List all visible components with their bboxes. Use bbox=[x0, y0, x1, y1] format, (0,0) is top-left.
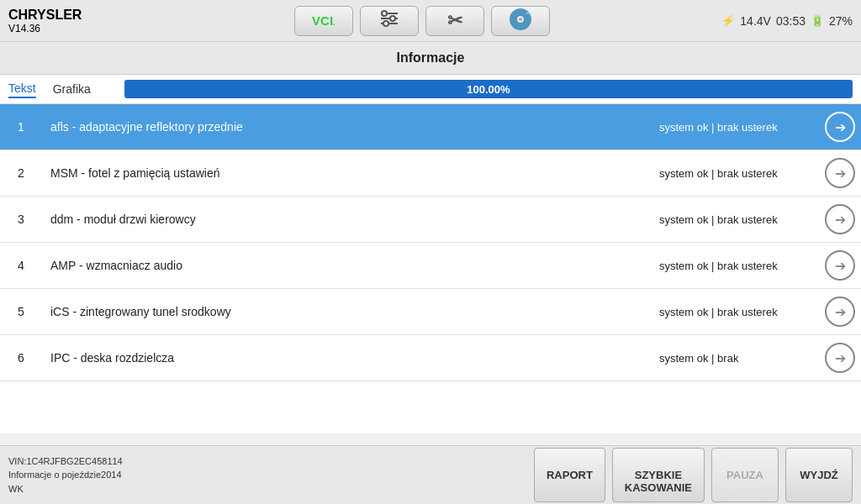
cd-icon bbox=[508, 7, 533, 34]
vci-button[interactable]: VCI. bbox=[294, 6, 353, 36]
svg-point-3 bbox=[382, 11, 387, 16]
table-row[interactable]: 2 MSM - fotel z pamięcią ustawień system… bbox=[0, 150, 861, 197]
battery-percent: 27% bbox=[829, 14, 853, 28]
lightning-icon: ⚡ bbox=[721, 14, 735, 27]
row-status: system ok | brak bbox=[651, 345, 819, 371]
row-status: system ok | brak usterek bbox=[651, 160, 819, 186]
row-name: afls - adaptacyjne reflektory przednie bbox=[42, 113, 651, 140]
row-number: 3 bbox=[0, 206, 42, 233]
row-name: MSM - fotel z pamięcią ustawień bbox=[42, 160, 651, 186]
svg-point-8 bbox=[519, 18, 522, 21]
progress-bar: 100.00% bbox=[124, 80, 853, 98]
row-status: system ok | brak usterek bbox=[651, 207, 819, 233]
bottom-buttons: RAPORT SZYBKIE KASOWANIE PAUZA WYJDŹ bbox=[534, 448, 853, 502]
brand-name: CHRYSLER bbox=[8, 8, 126, 23]
vci-icon: VCI. bbox=[312, 13, 335, 28]
app-version: V14.36 bbox=[8, 23, 126, 34]
top-bar: CHRYSLER V14.36 VCI. ✂ bbox=[0, 0, 861, 42]
vin-info: VIN:1C4RJFBG2EC458114 bbox=[8, 454, 534, 469]
wk-info: WK bbox=[8, 482, 534, 496]
tab-grafika[interactable]: Grafika bbox=[53, 81, 91, 97]
table-row[interactable]: 3 ddm - moduł drzwi kierowcy system ok |… bbox=[0, 197, 861, 243]
scissors-icon: ✂ bbox=[447, 10, 462, 32]
table-row[interactable]: 1 afls - adaptacyjne reflektory przednie… bbox=[0, 104, 861, 150]
raport-button[interactable]: RAPORT bbox=[534, 448, 605, 502]
arrow-icon: ➔ bbox=[825, 250, 855, 281]
szybkie-kasowanie-label: SZYBKIE KASOWANIE bbox=[625, 469, 692, 495]
arrow-icon: ➔ bbox=[825, 343, 855, 373]
row-name: iCS - zintegrowany tunel srodkowy bbox=[42, 298, 651, 325]
toolbar-buttons: VCI. ✂ bbox=[126, 6, 718, 36]
scissors-button[interactable]: ✂ bbox=[425, 6, 484, 36]
row-arrow[interactable]: ➔ bbox=[819, 158, 861, 188]
progress-label: 100.00% bbox=[467, 83, 510, 96]
row-arrow[interactable]: ➔ bbox=[819, 297, 861, 327]
bottom-bar: VIN:1C4RJFBG2EC458114 Informacje o pojeź… bbox=[0, 445, 861, 504]
row-status: system ok | brak usterek bbox=[651, 114, 819, 140]
app-title: CHRYSLER V14.36 bbox=[8, 8, 126, 34]
arrow-icon: ➔ bbox=[825, 112, 855, 142]
pauza-button[interactable]: PAUZA bbox=[711, 448, 779, 502]
table-row[interactable]: 4 AMP - wzmacniacz audio system ok | bra… bbox=[0, 243, 861, 289]
row-name: ddm - moduł drzwi kierowcy bbox=[42, 206, 651, 233]
row-status: system ok | brak usterek bbox=[651, 299, 819, 325]
row-name: IPC - deska rozdzielcza bbox=[42, 344, 651, 371]
arrow-icon: ➔ bbox=[825, 297, 855, 327]
szybkie-kasowanie-button[interactable]: SZYBKIE KASOWANIE bbox=[612, 448, 705, 502]
vehicle-info: Informacje o pojeździe2014 bbox=[8, 468, 534, 482]
row-arrow[interactable]: ➔ bbox=[819, 204, 861, 234]
row-status: system ok | brak usterek bbox=[651, 253, 819, 279]
row-arrow[interactable]: ➔ bbox=[819, 250, 861, 281]
svg-point-4 bbox=[390, 16, 395, 21]
row-number: 6 bbox=[0, 344, 42, 371]
table-row[interactable]: 5 iCS - zintegrowany tunel srodkowy syst… bbox=[0, 289, 861, 335]
table-row[interactable]: 6 IPC - deska rozdzielcza system ok | br… bbox=[0, 335, 861, 381]
config-icon bbox=[378, 9, 401, 32]
cd-button[interactable] bbox=[491, 6, 550, 36]
svg-point-5 bbox=[383, 21, 388, 26]
section-title-text: Informacje bbox=[397, 50, 465, 65]
row-number: 5 bbox=[0, 298, 42, 325]
section-title: Informacje bbox=[0, 42, 861, 75]
row-arrow[interactable]: ➔ bbox=[819, 343, 861, 373]
main-table: 1 afls - adaptacyjne reflektory przednie… bbox=[0, 104, 861, 433]
battery-icon: 🔋 bbox=[811, 14, 824, 27]
status-bar: ⚡ 14.4V 03:53 🔋 27% bbox=[718, 14, 853, 28]
row-number: 1 bbox=[0, 113, 42, 140]
wyjdz-button[interactable]: WYJDŹ bbox=[785, 448, 853, 502]
row-number: 4 bbox=[0, 252, 42, 279]
time-display: 03:53 bbox=[776, 14, 806, 28]
tabs-bar: Tekst Grafika 100.00% bbox=[0, 75, 861, 104]
row-name: AMP - wzmacniacz audio bbox=[42, 252, 651, 279]
arrow-icon: ➔ bbox=[825, 204, 855, 234]
row-arrow[interactable]: ➔ bbox=[819, 112, 861, 142]
bottom-info: VIN:1C4RJFBG2EC458114 Informacje o pojeź… bbox=[8, 454, 534, 496]
voltage-display: 14.4V bbox=[740, 14, 771, 28]
arrow-icon: ➔ bbox=[825, 158, 855, 188]
row-number: 2 bbox=[0, 160, 42, 186]
config-button[interactable] bbox=[360, 6, 419, 36]
tab-tekst[interactable]: Tekst bbox=[8, 80, 36, 98]
